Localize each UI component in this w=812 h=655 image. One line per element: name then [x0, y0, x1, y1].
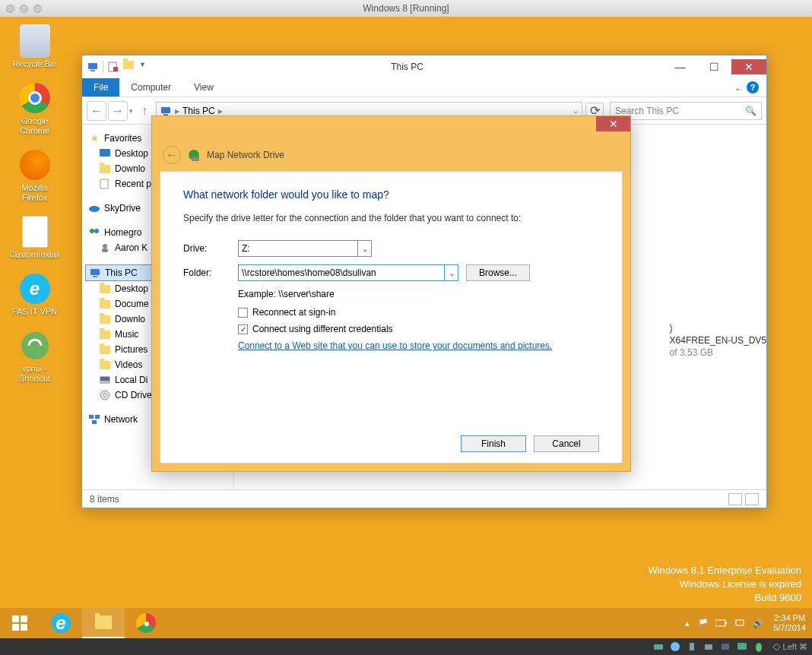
svg-rect-21 [95, 415, 100, 419]
close-button[interactable]: ✕ [731, 59, 766, 74]
system-tray: ▴ 🏳️ 🔊 2:34 PM 5/7/2014 [685, 608, 812, 638]
mac-close-button[interactable] [6, 5, 14, 13]
finish-button[interactable]: Finish [461, 435, 526, 452]
taskbar-ie[interactable] [40, 608, 82, 638]
new-folder-icon[interactable] [123, 61, 135, 73]
credentials-checkbox[interactable]: ✓ [238, 324, 248, 334]
recycle-bin-icon [18, 24, 52, 58]
dialog-close-button[interactable]: ✕ [596, 116, 630, 131]
minimize-button[interactable]: — [663, 59, 697, 74]
network-drive-icon [187, 148, 201, 162]
start-button[interactable] [0, 608, 40, 638]
vbox-usb-icon[interactable] [686, 641, 698, 653]
back-button[interactable]: ← [87, 101, 106, 121]
svg-rect-28 [21, 624, 27, 631]
virtualbox-statusbar: Left ⌘ [0, 638, 812, 655]
credentials-checkbox-row[interactable]: ✓ Connect using different credentials [238, 324, 599, 334]
desktop-icon-firefox[interactable]: MozillaFirefox [6, 148, 63, 203]
item-count: 8 items [90, 494, 119, 505]
chrome-icon [18, 81, 52, 115]
connect-website-link[interactable]: Connect to a Web site that you can use t… [238, 340, 599, 351]
action-center-icon[interactable]: 🏳️ [696, 616, 710, 630]
tab-computer[interactable]: Computer [119, 78, 182, 97]
vbox-host-key[interactable]: Left ⌘ [772, 642, 807, 652]
maximize-button[interactable]: ☐ [697, 59, 731, 74]
wizard-heading: What network folder would you like to ma… [183, 188, 599, 201]
map-network-drive-dialog: ✕ ← Map Network Drive What network folde… [151, 115, 631, 472]
drive-select[interactable]: Z: [238, 240, 358, 257]
vpn-icon [18, 329, 52, 362]
svg-rect-37 [737, 643, 747, 650]
vbox-shared-icon[interactable] [719, 641, 731, 653]
cancel-button[interactable]: Cancel [534, 435, 599, 452]
desktop-icon-vpnui[interactable]: vpnui -Shortcut [6, 329, 63, 384]
recent-locations-icon[interactable]: ▾ [129, 107, 133, 115]
chevron-down-icon[interactable]: ⌄ [445, 264, 458, 281]
taskbar-clock[interactable]: 2:34 PM 5/7/2014 [767, 613, 812, 633]
svg-rect-24 [192, 157, 199, 161]
volume-icon[interactable]: 🔊 [751, 616, 765, 630]
folder-label: Folder: [183, 267, 238, 278]
cd-icon [99, 389, 111, 401]
status-bar: 8 items [82, 489, 766, 508]
breadcrumb-thispc[interactable]: This PC [182, 106, 215, 116]
vbox-hdd-icon[interactable] [652, 641, 665, 653]
wizard-back-button[interactable]: ← [163, 146, 181, 164]
svg-rect-13 [102, 248, 108, 252]
address-dropdown-icon[interactable]: ⌄ [573, 106, 579, 115]
svg-point-10 [90, 229, 94, 233]
homegroup-icon [88, 226, 100, 239]
vbox-mouse-icon[interactable] [753, 641, 765, 653]
thispc-icon [89, 267, 101, 279]
vm-screen: Recycle Bin GoogleChrome MozillaFirefox … [0, 17, 812, 638]
search-placeholder: Search This PC [615, 106, 679, 116]
details-view-button[interactable] [728, 493, 742, 505]
tray-expand-icon[interactable]: ▴ [685, 619, 690, 628]
tab-view[interactable]: View [182, 78, 225, 97]
vbox-network-icon[interactable] [703, 641, 715, 653]
network-icon [88, 413, 100, 426]
reconnect-checkbox-row[interactable]: Reconnect at sign-in [238, 307, 599, 318]
desktop-icon-recycle-bin[interactable]: Recycle Bin [6, 24, 63, 69]
text-file-icon [18, 215, 52, 248]
mac-zoom-button[interactable] [33, 5, 42, 13]
qat-dropdown-icon[interactable]: ▼ [139, 61, 151, 73]
tab-file[interactable]: File [82, 78, 119, 97]
network-icon[interactable] [733, 616, 747, 630]
breadcrumb-separator-icon[interactable]: ▸ [175, 106, 179, 116]
ribbon-expand-icon[interactable]: ⌄ [734, 84, 741, 92]
taskbar-chrome[interactable] [125, 608, 167, 638]
battery-icon[interactable] [715, 616, 728, 630]
breadcrumb-separator-icon[interactable]: ▸ [218, 106, 223, 116]
icons-view-button[interactable] [745, 493, 759, 505]
mac-minimize-button[interactable] [20, 5, 28, 13]
svg-rect-20 [89, 415, 94, 419]
help-icon[interactable]: ? [747, 81, 759, 93]
svg-rect-31 [736, 620, 744, 625]
desktop-icon-chrome[interactable]: GoogleChrome [6, 81, 63, 136]
svg-rect-29 [715, 620, 725, 626]
svg-rect-2 [90, 70, 95, 71]
folder-icon [99, 298, 111, 310]
dialog-title: Map Network Drive [207, 150, 284, 160]
quick-access-toolbar: ▼ [82, 61, 151, 73]
desktop-icon-custominstall[interactable]: CustomInstall [6, 215, 63, 260]
taskbar-explorer[interactable] [82, 608, 125, 638]
forward-button[interactable]: → [108, 101, 128, 121]
ie-icon [18, 272, 52, 305]
host-titlebar: Windows 8 [Running] [0, 0, 812, 17]
explorer-titlebar[interactable]: ▼ This PC — ☐ ✕ [82, 55, 766, 78]
reconnect-checkbox[interactable] [238, 308, 248, 318]
vbox-cd-icon[interactable] [669, 641, 681, 653]
chevron-down-icon[interactable]: ⌄ [358, 240, 372, 257]
windows-watermark: Windows 8.1 Enterprise Evaluation Window… [648, 564, 801, 605]
desktop-icon-fas-it-vpn[interactable]: FAS IT VPN [6, 272, 63, 317]
folder-input[interactable] [238, 264, 445, 281]
search-box[interactable]: Search This PC 🔍 [610, 102, 762, 120]
properties-icon[interactable] [107, 61, 119, 73]
qat-separator [103, 61, 103, 73]
browse-button[interactable]: Browse... [466, 264, 530, 281]
vbox-display-icon[interactable] [736, 641, 748, 653]
firefox-icon [18, 148, 52, 182]
recent-icon [99, 178, 111, 190]
